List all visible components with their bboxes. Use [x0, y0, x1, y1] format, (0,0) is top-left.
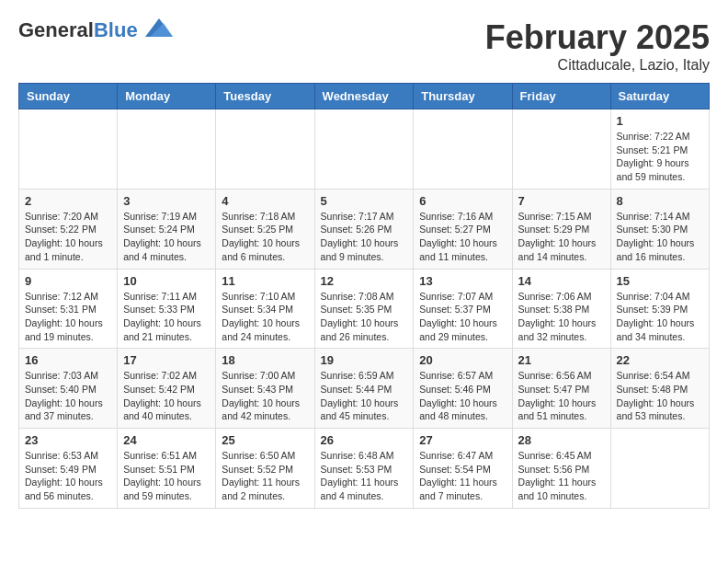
day-number: 11: [222, 274, 308, 288]
calendar-week-row: 9Sunrise: 7:12 AM Sunset: 5:31 PM Daylig…: [19, 269, 710, 349]
calendar-day-cell: 5Sunrise: 7:17 AM Sunset: 5:26 PM Daylig…: [314, 189, 414, 269]
day-info: Sunrise: 7:03 AM Sunset: 5:40 PM Dayligh…: [25, 369, 111, 423]
calendar-day-cell: 9Sunrise: 7:12 AM Sunset: 5:31 PM Daylig…: [19, 269, 118, 349]
day-number: 9: [25, 274, 111, 288]
day-number: 12: [321, 274, 408, 288]
calendar-day-cell: 24Sunrise: 6:51 AM Sunset: 5:51 PM Dayli…: [118, 429, 216, 509]
page-header: GeneralBlue February 2025 Cittaducale, L…: [18, 18, 710, 74]
day-info: Sunrise: 6:48 AM Sunset: 5:53 PM Dayligh…: [321, 449, 408, 503]
day-info: Sunrise: 6:47 AM Sunset: 5:54 PM Dayligh…: [419, 449, 506, 503]
day-info: Sunrise: 7:12 AM Sunset: 5:31 PM Dayligh…: [25, 290, 111, 344]
calendar-day-cell: 23Sunrise: 6:53 AM Sunset: 5:49 PM Dayli…: [19, 429, 118, 509]
day-number: 8: [617, 194, 703, 208]
day-info: Sunrise: 7:07 AM Sunset: 5:37 PM Dayligh…: [419, 290, 506, 344]
day-of-week-header: Monday: [118, 84, 216, 109]
day-info: Sunrise: 7:08 AM Sunset: 5:35 PM Dayligh…: [321, 290, 408, 344]
day-number: 3: [123, 194, 210, 208]
logo-general: General: [18, 18, 94, 41]
calendar-day-cell: 19Sunrise: 6:59 AM Sunset: 5:44 PM Dayli…: [314, 349, 414, 429]
calendar-table: SundayMondayTuesdayWednesdayThursdayFrid…: [18, 83, 710, 509]
day-info: Sunrise: 7:19 AM Sunset: 5:24 PM Dayligh…: [123, 210, 210, 264]
day-number: 4: [222, 194, 308, 208]
day-info: Sunrise: 7:22 AM Sunset: 5:21 PM Dayligh…: [617, 130, 703, 184]
calendar-day-cell: 27Sunrise: 6:47 AM Sunset: 5:54 PM Dayli…: [414, 429, 512, 509]
day-number: 7: [518, 194, 605, 208]
day-number: 23: [25, 433, 111, 447]
day-info: Sunrise: 6:51 AM Sunset: 5:51 PM Dayligh…: [123, 449, 210, 503]
logo-text: GeneralBlue: [18, 18, 173, 42]
day-number: 22: [617, 353, 703, 367]
day-of-week-header: Tuesday: [216, 84, 314, 109]
calendar-day-cell: 1Sunrise: 7:22 AM Sunset: 5:21 PM Daylig…: [610, 109, 709, 190]
day-info: Sunrise: 6:56 AM Sunset: 5:47 PM Dayligh…: [518, 369, 605, 423]
calendar-week-row: 23Sunrise: 6:53 AM Sunset: 5:49 PM Dayli…: [19, 429, 710, 509]
calendar-day-cell: 8Sunrise: 7:14 AM Sunset: 5:30 PM Daylig…: [610, 189, 709, 269]
calendar-day-cell: 16Sunrise: 7:03 AM Sunset: 5:40 PM Dayli…: [19, 349, 118, 429]
calendar-day-cell: 4Sunrise: 7:18 AM Sunset: 5:25 PM Daylig…: [216, 189, 314, 269]
calendar-day-cell: 3Sunrise: 7:19 AM Sunset: 5:24 PM Daylig…: [118, 189, 216, 269]
day-number: 1: [617, 114, 703, 128]
calendar-day-cell: [512, 109, 610, 190]
day-info: Sunrise: 6:45 AM Sunset: 5:56 PM Dayligh…: [518, 449, 605, 503]
day-info: Sunrise: 7:16 AM Sunset: 5:27 PM Dayligh…: [419, 210, 506, 264]
calendar-day-cell: 13Sunrise: 7:07 AM Sunset: 5:37 PM Dayli…: [414, 269, 512, 349]
day-of-week-header: Saturday: [610, 84, 709, 109]
calendar-day-cell: 7Sunrise: 7:15 AM Sunset: 5:29 PM Daylig…: [512, 189, 610, 269]
day-of-week-header: Wednesday: [314, 84, 414, 109]
day-info: Sunrise: 7:20 AM Sunset: 5:22 PM Dayligh…: [25, 210, 111, 264]
calendar-day-cell: 14Sunrise: 7:06 AM Sunset: 5:38 PM Dayli…: [512, 269, 610, 349]
day-number: 16: [25, 353, 111, 367]
calendar-day-cell: 20Sunrise: 6:57 AM Sunset: 5:46 PM Dayli…: [414, 349, 512, 429]
calendar-day-cell: 21Sunrise: 6:56 AM Sunset: 5:47 PM Dayli…: [512, 349, 610, 429]
day-of-week-header: Sunday: [19, 84, 118, 109]
day-number: 6: [419, 194, 506, 208]
day-number: 13: [419, 274, 506, 288]
day-info: Sunrise: 7:17 AM Sunset: 5:26 PM Dayligh…: [321, 210, 408, 264]
calendar-day-cell: [118, 109, 216, 190]
day-info: Sunrise: 7:15 AM Sunset: 5:29 PM Dayligh…: [518, 210, 605, 264]
day-info: Sunrise: 7:11 AM Sunset: 5:33 PM Dayligh…: [123, 290, 210, 344]
logo-blue: Blue: [94, 18, 138, 41]
calendar-week-row: 1Sunrise: 7:22 AM Sunset: 5:21 PM Daylig…: [19, 109, 710, 190]
logo: GeneralBlue: [18, 18, 173, 42]
calendar-week-row: 2Sunrise: 7:20 AM Sunset: 5:22 PM Daylig…: [19, 189, 710, 269]
day-info: Sunrise: 6:50 AM Sunset: 5:52 PM Dayligh…: [222, 449, 308, 503]
day-number: 10: [123, 274, 210, 288]
calendar-day-cell: [314, 109, 414, 190]
day-number: 25: [222, 433, 308, 447]
day-number: 26: [321, 433, 408, 447]
calendar-day-cell: 11Sunrise: 7:10 AM Sunset: 5:34 PM Dayli…: [216, 269, 314, 349]
calendar-day-cell: 25Sunrise: 6:50 AM Sunset: 5:52 PM Dayli…: [216, 429, 314, 509]
calendar-day-cell: 18Sunrise: 7:00 AM Sunset: 5:43 PM Dayli…: [216, 349, 314, 429]
day-number: 28: [518, 433, 605, 447]
day-number: 20: [419, 353, 506, 367]
day-number: 27: [419, 433, 506, 447]
logo-icon: [145, 18, 173, 37]
location: Cittaducale, Lazio, Italy: [485, 57, 710, 74]
day-info: Sunrise: 7:10 AM Sunset: 5:34 PM Dayligh…: [222, 290, 308, 344]
calendar-day-cell: 2Sunrise: 7:20 AM Sunset: 5:22 PM Daylig…: [19, 189, 118, 269]
day-number: 5: [321, 194, 408, 208]
day-info: Sunrise: 7:04 AM Sunset: 5:39 PM Dayligh…: [617, 290, 703, 344]
day-of-week-header: Thursday: [414, 84, 512, 109]
calendar-day-cell: [414, 109, 512, 190]
month-title: February 2025: [485, 18, 710, 57]
day-number: 18: [222, 353, 308, 367]
day-number: 15: [617, 274, 703, 288]
calendar-day-cell: [610, 429, 709, 509]
calendar-day-cell: 28Sunrise: 6:45 AM Sunset: 5:56 PM Dayli…: [512, 429, 610, 509]
calendar-header-row: SundayMondayTuesdayWednesdayThursdayFrid…: [19, 84, 710, 109]
day-number: 24: [123, 433, 210, 447]
calendar-day-cell: 15Sunrise: 7:04 AM Sunset: 5:39 PM Dayli…: [610, 269, 709, 349]
day-info: Sunrise: 7:00 AM Sunset: 5:43 PM Dayligh…: [222, 369, 308, 423]
day-number: 17: [123, 353, 210, 367]
day-info: Sunrise: 7:02 AM Sunset: 5:42 PM Dayligh…: [123, 369, 210, 423]
calendar-day-cell: 17Sunrise: 7:02 AM Sunset: 5:42 PM Dayli…: [118, 349, 216, 429]
day-number: 2: [25, 194, 111, 208]
calendar-day-cell: 22Sunrise: 6:54 AM Sunset: 5:48 PM Dayli…: [610, 349, 709, 429]
day-info: Sunrise: 6:59 AM Sunset: 5:44 PM Dayligh…: [321, 369, 408, 423]
calendar-day-cell: 6Sunrise: 7:16 AM Sunset: 5:27 PM Daylig…: [414, 189, 512, 269]
day-of-week-header: Friday: [512, 84, 610, 109]
calendar-day-cell: [216, 109, 314, 190]
day-info: Sunrise: 6:53 AM Sunset: 5:49 PM Dayligh…: [25, 449, 111, 503]
